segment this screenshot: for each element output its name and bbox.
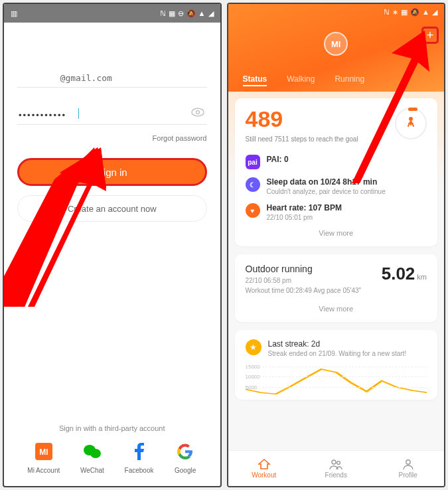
tab-status[interactable]: Status (243, 74, 267, 86)
svg-point-0 (191, 108, 203, 116)
view-more-link[interactable]: View more (246, 305, 427, 313)
provider-wechat[interactable]: WeChat (80, 440, 104, 474)
steps-count: 489 (246, 108, 358, 130)
provider-label: WeChat (80, 467, 104, 474)
forgot-password-link[interactable]: Forgot password (17, 134, 207, 142)
email-field[interactable] (17, 69, 207, 88)
provider-label: Mi Account (27, 467, 60, 474)
wifi-icon: ▲ (198, 9, 206, 17)
status-card: 489 Still need 7511 steps to reach the g… (235, 98, 438, 246)
nav-label: Profile (399, 471, 417, 479)
apps-icon: ▦ (169, 9, 175, 18)
password-field[interactable] (17, 106, 207, 125)
header-tabs: Status Walking Running (228, 74, 445, 86)
svg-point-15 (406, 460, 410, 464)
mute-icon: 🔕 (187, 9, 196, 18)
medal-icon: ★ (246, 339, 261, 355)
provider-facebook[interactable]: Facebook (125, 440, 154, 474)
facebook-icon (128, 440, 151, 463)
mi-logo-icon: MI (324, 32, 348, 56)
home-icon (258, 458, 271, 470)
signal-icon: ◢ (208, 9, 214, 18)
svg-point-1 (196, 111, 199, 114)
nav-label: Friends (325, 471, 347, 479)
signal-icon: ◢ (432, 8, 437, 17)
third-party-label: Sign in with a third-party account (17, 424, 207, 432)
tab-running[interactable]: Running (335, 74, 364, 86)
workout-card[interactable]: Outdoor running 22/10 06:58 pm Workout t… (235, 254, 438, 322)
nav-profile[interactable]: Profile (372, 451, 445, 486)
dashboard-header: ℕ ∗ ▦ 🔕 ▲ ◢ + MI Status Walking Running (228, 4, 445, 92)
sleep-title: Sleep data on 10/24 8h17 min (267, 177, 386, 187)
workout-details: Workout time 00:28:49 Avg pace 05'43" (246, 287, 362, 294)
add-button[interactable]: + (421, 27, 439, 44)
pai-icon: pai (246, 155, 260, 169)
third-party-providers: MI Mi Account WeChat Facebook Google (17, 440, 207, 486)
moon-icon: ☾ (246, 177, 260, 192)
profile-icon (402, 458, 414, 470)
provider-google[interactable]: Google (174, 440, 196, 474)
dashboard-content: 489 Still need 7511 steps to reach the g… (228, 92, 445, 450)
nav-friends[interactable]: Friends (300, 451, 372, 486)
status-bar: ▥ ℕ ▦ ⊖ 🔕 ▲ ◢ (4, 4, 220, 23)
nav-workout[interactable]: Workout (228, 451, 301, 486)
steps-subtitle: Still need 7511 steps to reach the goal (246, 135, 358, 143)
svg-text:MI: MI (39, 448, 48, 457)
text-caret (78, 108, 79, 119)
pai-title: PAI: 0 (267, 155, 289, 164)
bt-icon: ∗ (392, 8, 398, 17)
workout-time: 22/10 06:58 pm (246, 277, 362, 284)
metric-pai[interactable]: pai PAI: 0 (246, 155, 427, 169)
dnd-icon: ⊖ (178, 9, 184, 18)
sleep-sub: Couldn't analyze, pair device to continu… (267, 188, 386, 195)
streak-sub: Streak ended on 21/09. Waiting for a new… (268, 350, 407, 357)
provider-mi[interactable]: MI Mi Account (27, 440, 60, 474)
signin-button[interactable]: Sign in (17, 158, 207, 186)
provider-label: Facebook (125, 467, 154, 474)
streak-chart: 15000 10000 5000 (246, 364, 427, 396)
apps-icon: ▦ (401, 8, 408, 17)
google-icon (174, 440, 196, 463)
metric-heartrate[interactable]: ♥ Heart rate: 107 BPM 22/10 05:01 pm (246, 203, 427, 221)
walker-icon (405, 116, 417, 131)
nfc-icon: ℕ (160, 9, 166, 18)
login-form: Forgot password Sign in Create an accoun… (4, 23, 220, 486)
provider-label: Google (174, 467, 196, 474)
phone-dashboard: ℕ ∗ ▦ 🔕 ▲ ◢ + MI Status Walking Running … (227, 3, 446, 487)
show-password-icon[interactable] (191, 108, 204, 117)
steps-progress-ring (395, 108, 427, 139)
workout-distance: 5.02km (382, 264, 427, 284)
workout-title: Outdoor running (246, 264, 362, 274)
mi-icon: MI (33, 440, 55, 463)
status-icons: ℕ ▦ ⊖ 🔕 ▲ ◢ (160, 9, 214, 18)
nav-label: Workout (252, 471, 276, 479)
hr-title: Heart rate: 107 BPM (267, 203, 342, 212)
notif-icon: ▥ (11, 9, 17, 18)
bottom-nav: Workout Friends Profile (228, 450, 445, 486)
mute-icon: 🔕 (410, 8, 419, 17)
hr-sub: 22/10 05:01 pm (267, 214, 342, 221)
metric-sleep[interactable]: ☾ Sleep data on 10/24 8h17 min Couldn't … (246, 177, 427, 195)
streak-card[interactable]: ★ Last streak: 2d Streak ended on 21/09.… (235, 330, 438, 400)
svg-point-13 (332, 460, 336, 464)
svg-point-14 (337, 461, 340, 465)
streak-title: Last streak: 2d (268, 339, 407, 349)
create-account-button[interactable]: Create an account now (17, 195, 207, 222)
sparkline-icon (246, 364, 427, 396)
view-more-link[interactable]: View more (246, 229, 427, 237)
status-bar: ℕ ∗ ▦ 🔕 ▲ ◢ (228, 4, 445, 20)
nfc-icon: ℕ (384, 8, 390, 17)
wechat-icon (81, 440, 104, 463)
heart-icon: ♥ (246, 203, 260, 218)
phone-signin: ▥ ℕ ▦ ⊖ 🔕 ▲ ◢ Forgot password Sign in Cr… (3, 3, 222, 487)
svg-point-5 (90, 449, 101, 458)
tab-walking[interactable]: Walking (287, 74, 315, 86)
friends-icon (329, 458, 343, 470)
wifi-icon: ▲ (422, 8, 429, 16)
